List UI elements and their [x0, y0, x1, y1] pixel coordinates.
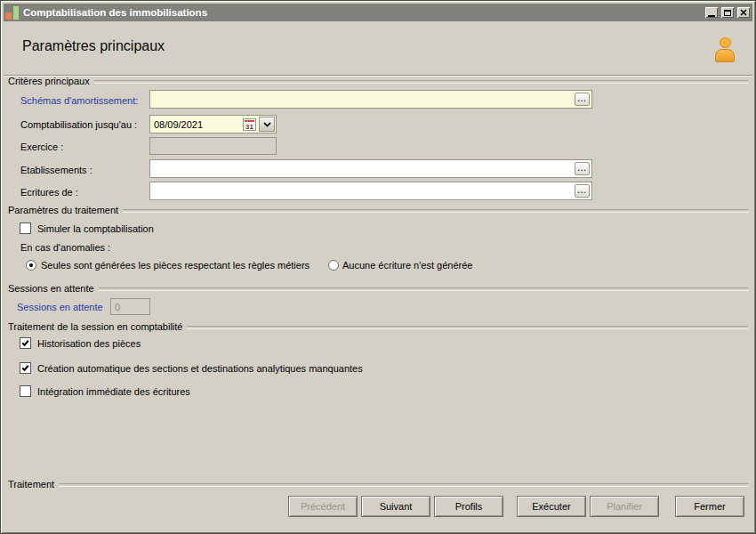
planifier-button[interactable]: Planifier: [590, 496, 659, 517]
maximize-button[interactable]: [720, 6, 735, 19]
historisation-label: Historisation des pièces: [37, 338, 141, 349]
group-criteres-principaux: Critères principaux: [8, 76, 748, 86]
sessions-attente-field: [110, 298, 150, 315]
fermer-button[interactable]: Fermer: [675, 496, 744, 517]
radio-regles-label: Seules sont générées les pièces respecta…: [41, 260, 310, 271]
bar-orange: [5, 12, 12, 20]
date-dropdown-button[interactable]: [259, 117, 275, 132]
precedent-button[interactable]: Précédent: [288, 496, 358, 517]
ecritures-field: ...: [149, 182, 592, 200]
integration-label: Intégration immédiate des écritures: [37, 386, 190, 397]
group-label: Sessions en attente: [8, 283, 94, 294]
date-input[interactable]: [150, 116, 276, 133]
group-sessions-attente: Sessions en attente: [8, 283, 748, 294]
ecritures-label: Ecritures de :: [20, 187, 78, 198]
group-label: Traitement de la session en comptabilité: [8, 321, 182, 332]
date-field: 31: [149, 115, 277, 134]
ecritures-input[interactable]: [150, 182, 591, 199]
group-traitement: Traitement: [8, 479, 748, 490]
simuler-label: Simuler la comptabilisation: [37, 223, 154, 234]
dialog-window: Comptabilisation des immobilisations Par…: [0, 0, 756, 534]
chevron-down-icon: [263, 122, 271, 127]
group-label: Traitement: [8, 479, 54, 490]
ecritures-ellipsis-button[interactable]: ...: [575, 184, 590, 198]
person-icon: [715, 37, 736, 62]
schemas-label: Schémas d'amortissement:: [20, 95, 138, 106]
close-icon: [740, 9, 747, 16]
group-label: Critères principaux: [8, 76, 90, 86]
exercice-label: Exercice :: [20, 142, 63, 152]
title-bar[interactable]: Comptabilisation des immobilisations: [4, 4, 752, 21]
minimize-icon: [708, 15, 715, 17]
group-traitement-session: Traitement de la session en comptabilité: [8, 321, 748, 332]
etablissements-field: ...: [149, 159, 592, 178]
schemas-field: ...: [149, 90, 592, 109]
creation-auto-checkbox[interactable]: [20, 362, 31, 374]
radio-aucune-label: Aucune écriture n'est générée: [342, 260, 472, 271]
simuler-checkbox[interactable]: [20, 222, 31, 234]
etablissements-ellipsis-button[interactable]: ...: [575, 162, 590, 175]
etablissements-input[interactable]: [150, 160, 591, 177]
exercice-field: [149, 137, 277, 155]
radio-regles-metiers[interactable]: [26, 260, 36, 271]
radio-aucune-ecriture[interactable]: [328, 260, 339, 271]
schemas-ellipsis-button[interactable]: ...: [575, 93, 590, 106]
historisation-checkbox[interactable]: [20, 337, 31, 349]
bar-green: [13, 6, 19, 20]
maximize-icon: [724, 10, 731, 16]
minimize-button[interactable]: [704, 6, 719, 19]
anomalies-label: En cas d'anomalies :: [20, 242, 110, 253]
check-icon: [20, 338, 30, 348]
sessions-attente-label: Sessions en attente: [17, 302, 103, 312]
calendar-icon[interactable]: 31: [243, 118, 256, 131]
sessions-attente-input: [111, 299, 149, 314]
date-label: Comptabilisation jusqu'au :: [20, 119, 137, 130]
etablissements-label: Etablissements :: [20, 165, 92, 175]
schemas-input[interactable]: [150, 91, 591, 108]
page-title: Paramètres principaux: [22, 38, 165, 54]
window-title: Comptabilisation des immobilisations: [23, 7, 704, 18]
group-parametres-traitement: Paramètres du traitement: [8, 205, 748, 215]
suivant-button[interactable]: Suivant: [361, 496, 430, 517]
app-bar-chart-icon: [5, 6, 19, 20]
check-icon: [20, 363, 30, 373]
group-label: Paramètres du traitement: [8, 205, 118, 215]
close-button[interactable]: [736, 6, 751, 19]
exercice-input: [150, 138, 276, 154]
executer-button[interactable]: Exécuter: [517, 496, 586, 517]
creation-auto-label: Création automatique des sections et des…: [37, 363, 363, 374]
integration-checkbox[interactable]: [20, 385, 31, 397]
profils-button[interactable]: Profils: [434, 496, 503, 517]
